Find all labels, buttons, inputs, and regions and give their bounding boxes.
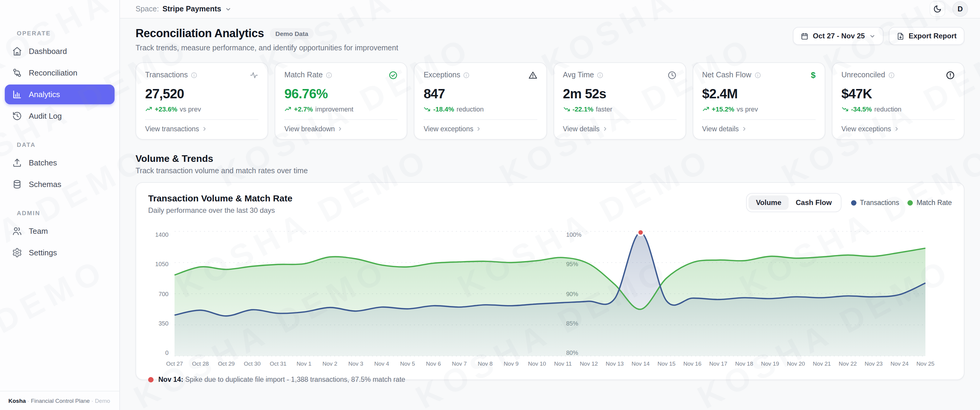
sidebar-item-analytics[interactable]: Analytics [5, 84, 115, 104]
y-tick-left: 0 [165, 350, 169, 356]
nav-section-operate: OPERATE Dashboard Reconciliation Analyti… [0, 30, 119, 126]
gear-icon [12, 248, 22, 258]
chart-title: Transaction Volume & Match Rate [148, 193, 293, 203]
footer-separator: · [90, 397, 95, 404]
kpi-card-unreconciled: Unreconciled $47K -34.5% reduction View … [832, 62, 964, 140]
sidebar-item-team[interactable]: Team [5, 221, 115, 241]
kpi-delta-note: vs prev [180, 105, 201, 113]
spike-marker-icon [638, 230, 644, 235]
info-icon[interactable] [326, 72, 332, 78]
x-tick: Oct 29 [218, 360, 235, 367]
kpi-delta-row: -34.5% reduction [842, 105, 955, 113]
x-tick: Nov 10 [528, 360, 546, 367]
nav-section-admin: ADMIN Team Settings [0, 210, 119, 262]
annotation-dot-icon [148, 377, 154, 382]
sidebar-item-audit-log[interactable]: Audit Log [5, 106, 115, 126]
space-selector[interactable]: Space: Stripe Payments [135, 5, 232, 13]
y-axis-left: 140010507003500 [148, 231, 175, 356]
kpi-link-view-transactions[interactable]: View transactions [145, 125, 258, 132]
theme-toggle-button[interactable] [930, 1, 945, 17]
info-icon[interactable] [463, 72, 470, 78]
x-tick: Nov 16 [683, 360, 702, 367]
trend-down-icon [424, 105, 431, 113]
x-tick: Nov 5 [400, 360, 415, 367]
kpi-delta-value: -22.1% [573, 105, 593, 113]
kpi-value: 96.76% [284, 86, 398, 102]
kpi-link-view-details[interactable]: View details [563, 125, 676, 132]
sidebar-item-label: Reconciliation [29, 68, 77, 77]
x-tick: Nov 7 [452, 360, 467, 367]
space-value: Stripe Payments [162, 5, 221, 13]
chevron-right-icon [893, 126, 899, 132]
brand-name: Kosha [8, 397, 26, 404]
kpi-link-view-exceptions[interactable]: View exceptions [842, 125, 955, 132]
x-tick: Nov 13 [606, 360, 624, 367]
x-tick: Nov 20 [787, 360, 805, 367]
kpi-delta-note: improvement [315, 105, 353, 113]
x-axis: Oct 27Oct 28Oct 29Oct 30Oct 31Nov 1Nov 2… [175, 360, 924, 368]
x-tick: Oct 30 [244, 360, 261, 367]
sidebar-item-schemas[interactable]: Schemas [5, 175, 115, 194]
legend-item-match-rate: Match Rate [907, 199, 952, 206]
kpi-link-label: View details [563, 125, 600, 132]
topbar: Space: Stripe Payments D [120, 0, 980, 19]
kpi-link-view-exceptions[interactable]: View exceptions [424, 125, 537, 132]
kpi-value: 27,520 [145, 86, 258, 102]
app-root: OPERATE Dashboard Reconciliation Analyti… [0, 0, 980, 410]
export-report-button[interactable]: Export Report [889, 27, 964, 45]
info-icon[interactable] [888, 72, 895, 78]
kpi-value: 2m 52s [563, 86, 676, 102]
legend-label: Match Rate [916, 199, 952, 206]
chart-view-toggle: Volume Cash Flow [746, 193, 842, 212]
kpi-card-net-cash-flow: Net Cash Flow $ $2.4M +15.2% vs prev Vie… [692, 62, 825, 140]
kpi-delta-row: +2.7% improvement [284, 105, 398, 113]
dollar-icon: $ [811, 71, 816, 80]
sidebar-item-label: Settings [29, 248, 57, 257]
kpi-label: Avg Time [563, 71, 594, 79]
avatar[interactable]: D [952, 1, 968, 17]
x-tick: Nov 2 [322, 360, 337, 367]
chevron-right-icon [202, 126, 207, 132]
footer-product: Financial Control Plane [31, 397, 90, 404]
x-tick: Nov 23 [865, 360, 883, 367]
x-tick: Nov 21 [813, 360, 830, 367]
chart-tab-volume[interactable]: Volume [749, 195, 789, 210]
info-icon[interactable] [754, 72, 761, 78]
kpi-card-exceptions: Exceptions 847 -18.4% reduction View exc… [414, 62, 547, 140]
users-icon [12, 226, 22, 236]
kpi-link-view-breakdown[interactable]: View breakdown [284, 125, 398, 132]
legend-item-transactions: Transactions [851, 199, 899, 206]
kpi-grid: Transactions 27,520 +23.6% vs prev View … [135, 62, 964, 140]
kpi-link-view-details[interactable]: View details [702, 125, 815, 132]
chart-body: 140010507003500 100%95%90%85%80% [148, 231, 952, 356]
date-range-button[interactable]: Oct 27 - Nov 25 [793, 27, 883, 45]
sidebar-item-batches[interactable]: Batches [5, 153, 115, 173]
chart-card: Transaction Volume & Match Rate Daily pe… [135, 182, 964, 380]
sidebar-item-reconciliation[interactable]: Reconciliation [5, 63, 115, 83]
alert-triangle-icon [528, 71, 537, 80]
x-tick: Nov 6 [426, 360, 441, 367]
chevron-right-icon [602, 126, 608, 132]
kpi-delta-row: +15.2% vs prev [702, 105, 815, 113]
home-icon [12, 46, 22, 56]
kpi-card-transactions: Transactions 27,520 +23.6% vs prev View … [135, 62, 268, 140]
chevron-right-icon [741, 126, 747, 132]
chevron-right-icon [476, 126, 482, 132]
sidebar-item-settings[interactable]: Settings [5, 243, 115, 262]
info-icon[interactable] [597, 72, 604, 78]
trend-up-icon [145, 105, 152, 113]
legend-label: Transactions [860, 199, 899, 206]
sidebar-nav: OPERATE Dashboard Reconciliation Analyti… [0, 0, 119, 391]
topbar-actions: D [930, 1, 968, 17]
clock-icon [667, 71, 676, 80]
sidebar-item-dashboard[interactable]: Dashboard [5, 41, 115, 61]
trend-down-icon [842, 105, 849, 113]
chevron-down-icon [869, 33, 876, 39]
y-tick-left: 700 [159, 291, 169, 297]
moon-icon [933, 5, 942, 13]
chart-tab-cash-flow[interactable]: Cash Flow [789, 195, 839, 210]
info-icon[interactable] [191, 72, 197, 78]
kpi-link-label: View breakdown [284, 125, 335, 132]
divider [702, 119, 815, 120]
kpi-delta-value: -18.4% [433, 105, 454, 113]
